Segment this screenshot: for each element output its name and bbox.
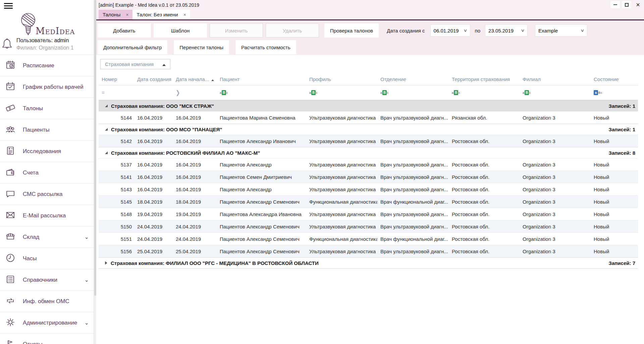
date-to-dropdown[interactable]: 23.05.2019 ∨ [485, 24, 528, 37]
sidebar-item-patients[interactable]: Пациенты [0, 119, 94, 140]
filter-cell[interactable]: aBc [520, 90, 591, 95]
group-row[interactable]: Страховая компания: ООО МСО "ПАНАЦЕЯ"Зап… [99, 124, 638, 135]
grid-cell: Врач ультразвуковой диагн... [377, 115, 449, 121]
grid-cell: Новый [591, 211, 638, 217]
column-header[interactable]: Территория страхования [449, 76, 520, 82]
filter-cell[interactable]: aBc [217, 90, 306, 95]
column-header[interactable]: Номер [99, 76, 134, 82]
close-tab-icon[interactable]: × [126, 12, 128, 17]
column-header[interactable]: Дата начала... [173, 76, 217, 82]
scrollbar-thumb[interactable] [94, 0, 96, 296]
toolbar-row-1: Добавить Шаблон Изменить Удалить Проверк… [98, 23, 644, 38]
sidebar-item-reports[interactable]: Отчеты [0, 333, 94, 344]
table-row[interactable]: 514116.04.201916.04.2019Пациентов Семен … [99, 170, 638, 183]
grid-cell: Новый [591, 199, 638, 205]
wallet-icon [5, 167, 15, 179]
grid-cell: 5145 [99, 199, 134, 205]
expand-triangle-icon[interactable] [105, 105, 108, 107]
table-row[interactable]: 515024.04.201924.04.2019Пациентов Алекса… [99, 220, 638, 232]
abc-filter-icon: aBc [523, 90, 531, 95]
group-row[interactable]: Страховая компания: ФИЛИАЛ ООО "РГС - МЕ… [99, 257, 638, 268]
add-button[interactable]: Добавить [98, 23, 151, 38]
sidebar-item-label: Склад [23, 234, 39, 240]
calculate-cost-button[interactable]: Расчитать стоимость [235, 40, 296, 54]
abc-filter-icon: aBc [594, 90, 602, 95]
minimize-button[interactable] [610, 1, 620, 8]
sidebar-item-clock[interactable]: Часы [0, 248, 94, 269]
table-row[interactable]: 515124.04.201924.04.2019Пациентов Алекса… [99, 232, 638, 245]
sidebar-item-directories[interactable]: Справочники⌄ [0, 269, 94, 290]
expand-triangle-icon[interactable] [105, 151, 108, 154]
sidebar-item-administration[interactable]: Администрирование⌄ [0, 312, 94, 333]
sidebar-item-doctors-schedule[interactable]: График работы врачей [0, 76, 94, 97]
close-tab-icon[interactable]: × [183, 12, 186, 17]
context-dropdown[interactable]: Example ∨ [535, 24, 587, 37]
table-row[interactable]: 514819.04.201919.04.2019Пациентова Алекс… [99, 208, 638, 220]
group-row[interactable]: Страховая компания: РОСТОВСКИЙ ФИЛИАЛ АО… [99, 147, 638, 158]
grid-cell: 16.04.2019 [134, 115, 173, 121]
grid-cell: Новый [591, 187, 638, 192]
column-header-label: Дата создания [137, 76, 171, 82]
filter-cell[interactable]: aBc [306, 90, 377, 95]
grid-cell: Пациентов Александр [217, 187, 306, 192]
collapse-triangle-icon[interactable] [105, 261, 107, 265]
sidebar-item-talons[interactable]: Талоны [0, 97, 94, 119]
close-icon: × [636, 1, 640, 8]
grid-cell: 16.04.2019 [173, 115, 217, 121]
hamburger-menu-icon[interactable] [4, 3, 13, 9]
grid-cell: 24.04.2019 [173, 236, 217, 242]
column-header[interactable]: Пациент [217, 76, 306, 82]
chevron-down-icon: ⌄ [85, 277, 89, 283]
edit-button[interactable]: Изменить [210, 23, 263, 38]
column-header[interactable]: Состояние [591, 76, 638, 82]
sidebar-item-label: Исследования [23, 148, 61, 155]
maximize-button[interactable] [622, 1, 631, 8]
sidebar-scrollbar[interactable] [94, 0, 96, 344]
sidebar-item-schedule[interactable]: Расписание [0, 55, 94, 76]
sidebar-item-invoices[interactable]: Счета [0, 162, 94, 183]
table-row[interactable]: 514216.04.201916.04.2019Пациентов Алекса… [99, 135, 638, 147]
column-header[interactable]: Филиал [520, 76, 591, 82]
check-talons-button[interactable]: Проверка талонов [324, 23, 379, 38]
close-button[interactable]: × [633, 1, 643, 8]
date-from-dropdown[interactable]: 06.01.2019 ∨ [430, 24, 470, 37]
tab-talons[interactable]: Талоны× [99, 10, 132, 19]
sidebar-item-sms[interactable]: СМС рассылка [0, 183, 94, 205]
sidebar-item-label: Администрирование [23, 320, 77, 326]
filter-cell[interactable]: ❯ [173, 90, 217, 96]
sidebar-item-email[interactable]: E-Mail рассылка [0, 205, 94, 226]
filter-cell[interactable]: aBc [591, 90, 638, 95]
sidebar-nav: РасписаниеГрафик работы врачейТалоныПаци… [0, 55, 94, 344]
transfer-talons-button[interactable]: Перенести талоны [174, 40, 229, 54]
filter-cell[interactable]: = [99, 90, 134, 95]
user-line: Пользователь: admin [16, 38, 74, 44]
group-by-chip[interactable]: Страховая компания [100, 59, 170, 69]
filter-cell[interactable]: aBc [377, 90, 449, 95]
gear-icon [5, 317, 15, 329]
column-header[interactable]: Дата создания [134, 76, 173, 82]
column-header[interactable]: Профиль [306, 76, 377, 82]
sidebar-item-studies[interactable]: Исследования [0, 140, 94, 162]
grid-cell: 19.04.2019 [134, 211, 173, 217]
tab-talon-noname[interactable]: Талон: Без имени× [132, 10, 190, 19]
template-button[interactable]: Шаблон [154, 23, 207, 38]
table-row[interactable]: 514316.04.201916.04.2019Пациентов Алекса… [99, 183, 638, 195]
grid-cell: Ультразвуковая диагностика [306, 187, 377, 192]
column-header[interactable]: Отделение [377, 76, 449, 82]
grid-cell: Врач функциональной диаг... [377, 199, 449, 205]
delete-button[interactable]: Удалить [266, 23, 319, 38]
sidebar-item-label: График работы врачей [23, 84, 84, 90]
grid-cell: Organization 3 [520, 187, 591, 192]
sidebar-item-warehouse[interactable]: Склад⌄ [0, 226, 94, 248]
expand-triangle-icon[interactable] [105, 128, 108, 131]
branch-label: Филиал: [16, 45, 37, 51]
group-row[interactable]: Страховая компания: ООО "МСК СТРАЖ"Запис… [99, 100, 638, 111]
grid-cell: Врач ультразвуковой диагн... [377, 211, 449, 217]
additional-filter-button[interactable]: Дополнительный фильтр [98, 40, 167, 54]
sidebar-item-oms-exchange[interactable]: Инф. обмен ОМС [0, 290, 94, 312]
table-row[interactable]: 515625.04.201925.04.2019Пациентов Алекса… [99, 245, 638, 257]
table-row[interactable]: 514518.04.201918.04.2019Пациентов Алекса… [99, 195, 638, 208]
table-row[interactable]: 513716.04.201916.04.2019Пациентов Алекса… [99, 158, 638, 170]
table-row[interactable]: 514416.04.201916.04.2019Пациентова Марин… [99, 111, 638, 124]
filter-cell[interactable]: aBc [449, 90, 520, 95]
